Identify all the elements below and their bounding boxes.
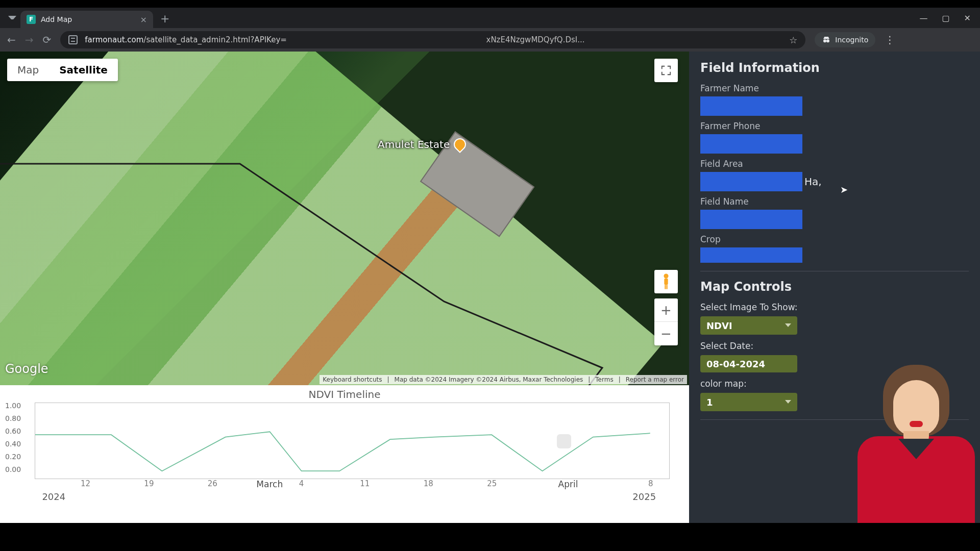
select-image-value: NDVI: [706, 320, 732, 331]
new-tab-button[interactable]: +: [160, 12, 169, 25]
forward-button[interactable]: →: [25, 34, 34, 46]
label-crop: Crop: [700, 234, 969, 244]
map-controls-title: Map Controls: [700, 280, 969, 294]
field-boundary-polyline: [0, 52, 689, 385]
sidebar: Field Information Farmer Name Farmer Pho…: [689, 52, 980, 523]
value-field-name: [700, 210, 802, 229]
chart-title: NDVI Timeline: [5, 388, 684, 400]
url-path: /satellite_data_admin2.html?APIKey=: [143, 35, 287, 44]
streetview-pegman-button[interactable]: [654, 270, 678, 293]
window-minimize-icon[interactable]: —: [919, 13, 927, 23]
map-canvas[interactable]: Amulet Estate Map Satellite + − Google K…: [0, 52, 689, 385]
chart-y-axis-ticks: 1.000.800.600.400.200.00: [5, 399, 21, 476]
attrib-keyboard[interactable]: Keyboard shortcuts: [323, 376, 382, 383]
chart-year-start: 2024: [42, 491, 65, 502]
svg-point-1: [826, 39, 829, 42]
incognito-icon: [822, 35, 831, 44]
map-marker-label: Amulet Estate: [378, 138, 450, 151]
site-settings-icon[interactable]: [68, 35, 78, 44]
map-type-map[interactable]: Map: [7, 59, 49, 81]
fullscreen-button[interactable]: [654, 59, 678, 82]
reload-button[interactable]: ⟳: [43, 34, 52, 46]
url-host: farmonaut.com: [85, 35, 143, 44]
browser-titlebar: F Add Map × + — ▢ ✕: [0, 8, 980, 28]
window-maximize-icon[interactable]: ▢: [942, 13, 949, 23]
select-colormap-dropdown[interactable]: 1: [700, 393, 797, 411]
chart-watermark: [557, 430, 628, 453]
select-image-dropdown[interactable]: NDVI: [700, 316, 797, 335]
map-marker-pin-icon[interactable]: [451, 136, 469, 153]
incognito-label: Incognito: [835, 36, 868, 44]
svg-rect-3: [664, 279, 668, 285]
attrib-terms[interactable]: Terms: [595, 376, 613, 383]
svg-point-0: [823, 39, 826, 42]
select-colormap-value: 1: [706, 397, 713, 408]
map-type-satellite[interactable]: Satellite: [49, 59, 118, 81]
chart-x-axis-years: 2024 2025: [35, 491, 670, 506]
tab-favicon-icon: F: [27, 15, 36, 24]
fullscreen-icon: [660, 65, 672, 76]
value-farmer-name: [700, 96, 802, 116]
label-field-area: Field Area: [700, 159, 969, 169]
label-field-name: Field Name: [700, 196, 969, 207]
url-tail: xNzE4NzgwMDQyfQ.DsI...: [486, 35, 585, 44]
incognito-chip[interactable]: Incognito: [815, 32, 875, 47]
select-date-value: 08-04-2024: [706, 359, 765, 369]
browser-tab[interactable]: F Add Map ×: [20, 11, 153, 28]
label-select-image: Select Image To Show:: [700, 302, 969, 312]
presenter-avatar: [852, 360, 975, 523]
attrib-data: Map data ©2024 Imagery ©2024 Airbus, Max…: [395, 376, 583, 383]
address-bar[interactable]: farmonaut.com /satellite_data_admin2.htm…: [60, 31, 805, 48]
select-date-input[interactable]: 08-04-2024: [700, 355, 797, 372]
sidebar-divider: [700, 271, 969, 271]
chevron-down-icon: [785, 400, 791, 407]
chevron-down-icon: [785, 323, 791, 330]
tabs-dropdown-icon[interactable]: [8, 16, 16, 24]
pegman-icon: [660, 273, 672, 290]
browser-toolbar: ← → ⟳ farmonaut.com /satellite_data_admi…: [0, 28, 980, 52]
svg-point-2: [664, 273, 668, 278]
attrib-report[interactable]: Report a map error: [626, 376, 684, 383]
chart-year-end: 2025: [632, 491, 656, 502]
svg-rect-4: [665, 285, 666, 289]
svg-rect-5: [666, 285, 667, 289]
chart-plot-area[interactable]: [35, 403, 670, 479]
close-tab-icon[interactable]: ×: [140, 15, 147, 24]
value-field-area: [700, 172, 802, 191]
map-attribution: Keyboard shortcuts | Map data ©2024 Imag…: [320, 375, 687, 384]
ndvi-timeline-chart: NDVI Timeline 1.000.800.600.400.200.00 1…: [0, 385, 689, 523]
back-button[interactable]: ←: [7, 34, 16, 46]
value-crop: [700, 247, 802, 263]
chart-watermark-icon: [557, 434, 571, 448]
field-area-unit: Ha,: [804, 176, 822, 188]
chart-x-axis-ticks: 121926March4111825April8: [35, 479, 670, 491]
value-farmer-phone: [700, 134, 802, 154]
browser-menu-icon[interactable]: ⋮: [885, 34, 895, 46]
zoom-out-button[interactable]: −: [654, 322, 678, 345]
label-select-date: Select Date:: [700, 341, 969, 351]
window-close-icon[interactable]: ✕: [964, 13, 971, 23]
field-info-title: Field Information: [700, 61, 969, 75]
zoom-control: + −: [654, 298, 678, 345]
google-logo: Google: [5, 362, 48, 376]
tab-title: Add Map: [41, 15, 72, 23]
label-farmer-phone: Farmer Phone: [700, 121, 969, 131]
label-farmer-name: Farmer Name: [700, 83, 969, 93]
mouse-cursor-icon: ➤: [840, 184, 848, 195]
zoom-in-button[interactable]: +: [654, 298, 678, 322]
bookmark-star-icon[interactable]: ☆: [789, 35, 797, 45]
map-type-switch: Map Satellite: [7, 59, 118, 81]
